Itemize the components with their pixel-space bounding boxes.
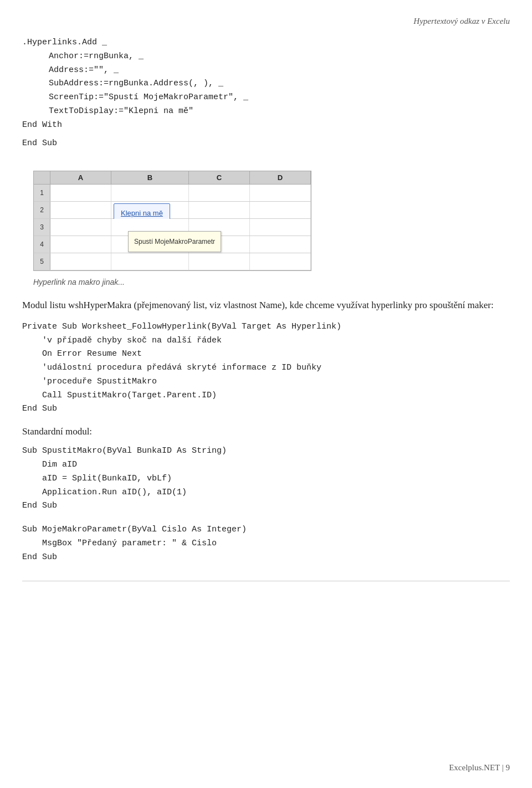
excel-row: 1 xyxy=(34,185,311,202)
standard-label: Standardní modul: xyxy=(22,424,510,439)
excel-caption: Hyperlink na makro jinak... xyxy=(33,278,510,286)
code-comment-line: 'proceduře SpustitMakro xyxy=(22,375,510,389)
footer-divider xyxy=(22,581,510,581)
code-line: Application.Run aID(), aID(1) xyxy=(22,486,510,500)
code-line: Anchor:=rngBunka, _ xyxy=(22,50,510,64)
code-line: End With xyxy=(22,119,510,132)
excel-row: 5 xyxy=(34,253,311,270)
code-line: On Error Resume Next xyxy=(22,347,510,361)
tooltip-box: Spustí MojeMakroParametr xyxy=(128,231,221,252)
code-block-2: Private Sub Worksheet_FollowHyperlink(By… xyxy=(22,320,510,416)
code-line: Address:="", _ xyxy=(22,64,510,78)
code-line: ScreenTip:="Spustí MojeMakroParametr", _ xyxy=(22,91,510,105)
code-line: aID = Split(BunkaID, vbLf) xyxy=(22,472,510,486)
excel-row-hyperlink: 2 Klepni na mě xyxy=(34,202,311,219)
code-line: SubAddress:=rngBunka.Address(, ), _ xyxy=(22,77,510,91)
standard-label-text: Standardní modul: xyxy=(22,426,92,437)
code-line: End Sub xyxy=(22,499,510,513)
col-header-b: B xyxy=(111,171,189,185)
page-footer: Excelplus.NET | 9 xyxy=(449,763,510,772)
code-comment-line: 'událostní procedura předává skryté info… xyxy=(22,361,510,375)
code-line: Sub SpustitMakro(ByVal BunkaID As String… xyxy=(22,444,510,458)
page-header: Hypertextový odkaz v Excelu xyxy=(22,17,510,26)
excel-header-row: A B C D xyxy=(34,171,311,185)
end-sub-1: End Sub xyxy=(22,136,510,151)
code-line: End Sub xyxy=(22,551,510,565)
header-title: Hypertextový odkaz v Excelu xyxy=(413,17,510,25)
caption-text: Hyperlink na makro jinak... xyxy=(33,278,510,286)
col-header-d: D xyxy=(250,171,311,185)
excel-table: A B C D 1 2 Klepni na mě 3 xyxy=(33,171,311,271)
body-text-content: Modul listu wshHyperMakra (přejmenovaný … xyxy=(22,300,494,310)
code-line: TextToDisplay:="Klepni na mě" xyxy=(22,105,510,119)
footer-text: Excelplus.NET | 9 xyxy=(449,763,510,772)
code-line: End Sub xyxy=(22,402,510,416)
code-line: Dim aID xyxy=(22,458,510,472)
col-header-c: C xyxy=(189,171,250,185)
code-block-3: Sub SpustitMakro(ByVal BunkaID As String… xyxy=(22,444,510,513)
code-line: Private Sub Worksheet_FollowHyperlink(By… xyxy=(22,320,510,334)
code-line: MsgBox "Předaný parametr: " & Cislo xyxy=(22,537,510,551)
excel-corner xyxy=(34,171,50,185)
code-line: Call SpustitMakro(Target.Parent.ID) xyxy=(22,389,510,403)
col-header-a: A xyxy=(50,171,111,185)
code-line: Sub MojeMakroParametr(ByVal Cislo As Int… xyxy=(22,523,510,537)
body-paragraph: Modul listu wshHyperMakra (přejmenovaný … xyxy=(22,298,510,313)
code-block-1: .Hyperlinks.Add _ Anchor:=rngBunka, _ Ad… xyxy=(22,36,510,132)
code-comment-line: 'v případě chyby skoč na další řádek xyxy=(22,334,510,348)
code-line: .Hyperlinks.Add _ xyxy=(22,36,510,50)
excel-row-tooltip: 3 Spustí MojeMakroParametr xyxy=(34,219,311,236)
code-block-4: Sub MojeMakroParametr(ByVal Cislo As Int… xyxy=(22,523,510,564)
excel-mockup: A B C D 1 2 Klepni na mě 3 xyxy=(33,161,510,274)
